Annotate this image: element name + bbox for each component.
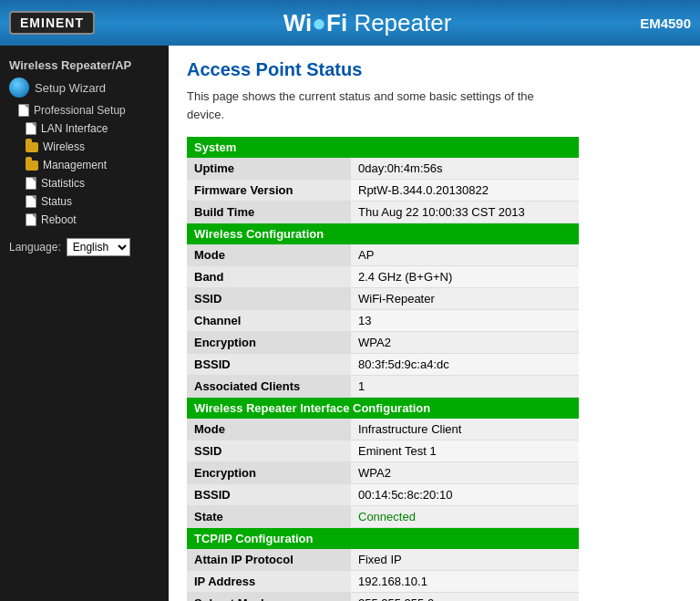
row-label: Encryption [187, 462, 351, 484]
sidebar: Wireless Repeater/AP Setup Wizard Profes… [0, 46, 169, 601]
row-value: 00:14:5c:8c:20:10 [351, 484, 579, 506]
status-table: SystemUptime0day:0h:4m:56sFirmware Versi… [187, 137, 579, 601]
row-value: WiFi-Repeater [351, 288, 579, 310]
row-label: SSID [187, 288, 351, 310]
lan-interface-label: LAN Interface [41, 122, 108, 135]
table-row: Subnet Mask255.255.255.0 [187, 593, 579, 602]
row-value: Thu Aug 22 10:00:33 CST 2013 [351, 202, 579, 223]
row-label: Uptime [187, 158, 351, 180]
sidebar-item-setup-wizard[interactable]: Setup Wizard [0, 74, 169, 101]
table-row: Band2.4 GHz (B+G+N) [187, 266, 579, 288]
row-value: Connected [351, 506, 579, 528]
row-label: SSID [187, 440, 351, 462]
table-row: EncryptionWPA2 [187, 332, 579, 354]
header-title: Wi●Fi Repeater [95, 9, 640, 37]
row-value: 13 [351, 310, 579, 332]
table-row: Firmware VersionRptW-B.344.0.20130822 [187, 180, 579, 202]
row-value: WPA2 [351, 332, 579, 354]
content-area: Access Point Status This page shows the … [169, 46, 700, 601]
row-label: Encryption [187, 332, 351, 354]
row-label: BSSID [187, 484, 351, 506]
row-value: 1 [351, 376, 579, 398]
management-folder-icon [26, 161, 38, 171]
language-select[interactable]: EnglishDutchGermanFrenchSpanish [67, 238, 130, 256]
main-layout: Wireless Repeater/AP Setup Wizard Profes… [0, 46, 700, 601]
wireless-folder-icon [26, 142, 38, 152]
table-row: Associated Clients1 [187, 376, 579, 398]
row-label: IP Address [187, 571, 351, 593]
table-row: Build TimeThu Aug 22 10:00:33 CST 2013 [187, 202, 579, 223]
row-value: 0day:0h:4m:56s [351, 158, 579, 180]
status-label: Status [41, 195, 72, 208]
sidebar-item-professional-setup[interactable]: Professional Setup [0, 101, 169, 119]
setup-wizard-label: Setup Wizard [35, 81, 106, 95]
management-label: Management [43, 159, 107, 171]
row-label: Band [187, 266, 351, 288]
table-row: Uptime0day:0h:4m:56s [187, 158, 579, 180]
row-value: WPA2 [351, 462, 579, 484]
row-value: 255.255.255.0 [351, 593, 579, 602]
table-row: StateConnected [187, 506, 579, 528]
status-icon [26, 195, 36, 208]
table-row: SSIDEminent Test 1 [187, 440, 579, 462]
row-label: Build Time [187, 202, 351, 223]
row-label: State [187, 506, 351, 528]
page-title: Access Point Status [187, 59, 682, 80]
wireless-label: Wireless [43, 140, 85, 153]
row-value: 2.4 GHz (B+G+N) [351, 266, 579, 288]
sidebar-item-reboot[interactable]: Reboot [0, 211, 169, 229]
row-value: AP [351, 244, 579, 266]
table-row: BSSID80:3f:5d:9c:a4:dc [187, 354, 579, 376]
sidebar-item-status[interactable]: Status [0, 192, 169, 211]
table-row: ModeInfrastructure Client [187, 419, 579, 440]
wizard-icon [9, 78, 29, 98]
row-label: Mode [187, 419, 351, 440]
model-number: EM4590 [640, 16, 691, 31]
logo: EMINENT [9, 11, 95, 35]
sidebar-item-lan-interface[interactable]: LAN Interface [0, 119, 169, 138]
row-label: Subnet Mask [187, 593, 351, 602]
repeater-text: Repeater [347, 9, 451, 36]
row-label: Attain IP Protocol [187, 549, 351, 571]
professional-setup-label: Professional Setup [34, 104, 126, 117]
language-label: Language: [9, 241, 61, 254]
row-label: Channel [187, 310, 351, 332]
sidebar-item-wireless[interactable]: Wireless [0, 138, 169, 156]
row-value: 80:3f:5d:9c:a4:dc [351, 354, 579, 376]
row-value: Eminent Test 1 [351, 440, 579, 462]
section-header-3: TCP/IP Configuration [187, 528, 579, 550]
row-value: Infrastructure Client [351, 419, 579, 440]
row-value: RptW-B.344.0.20130822 [351, 180, 579, 202]
wifi-dot: ● [312, 9, 326, 36]
table-row: SSIDWiFi-Repeater [187, 288, 579, 310]
professional-setup-icon [18, 104, 29, 117]
page-description: This page shows the current status and s… [187, 88, 570, 123]
wifi-text: Wi [283, 9, 313, 36]
sidebar-section-title: Wireless Repeater/AP [0, 53, 169, 74]
table-row: Channel13 [187, 310, 579, 332]
row-label: BSSID [187, 354, 351, 376]
sidebar-item-statistics[interactable]: Statistics [0, 174, 169, 192]
header: EMINENT Wi●Fi Repeater EM4590 [0, 0, 700, 46]
language-section: Language: EnglishDutchGermanFrenchSpanis… [0, 229, 169, 265]
sidebar-item-management[interactable]: Management [0, 156, 169, 174]
row-value: Fixed IP [351, 549, 579, 571]
table-row: EncryptionWPA2 [187, 462, 579, 484]
row-label: Associated Clients [187, 376, 351, 398]
table-row: IP Address192.168.10.1 [187, 571, 579, 593]
table-row: ModeAP [187, 244, 579, 266]
table-row: Attain IP ProtocolFixed IP [187, 549, 579, 571]
lan-interface-icon [26, 122, 36, 135]
row-value: 192.168.10.1 [351, 571, 579, 593]
section-header-2: Wireless Repeater Interface Configuratio… [187, 398, 579, 420]
statistics-label: Statistics [41, 177, 85, 190]
row-label: Firmware Version [187, 180, 351, 202]
table-row: BSSID00:14:5c:8c:20:10 [187, 484, 579, 506]
reboot-label: Reboot [41, 213, 77, 226]
fi-text: Fi [326, 9, 347, 36]
section-header-0: System [187, 137, 579, 158]
reboot-icon [26, 213, 36, 226]
statistics-icon [26, 177, 36, 190]
row-label: Mode [187, 244, 351, 266]
section-header-1: Wireless Configuration [187, 223, 579, 245]
